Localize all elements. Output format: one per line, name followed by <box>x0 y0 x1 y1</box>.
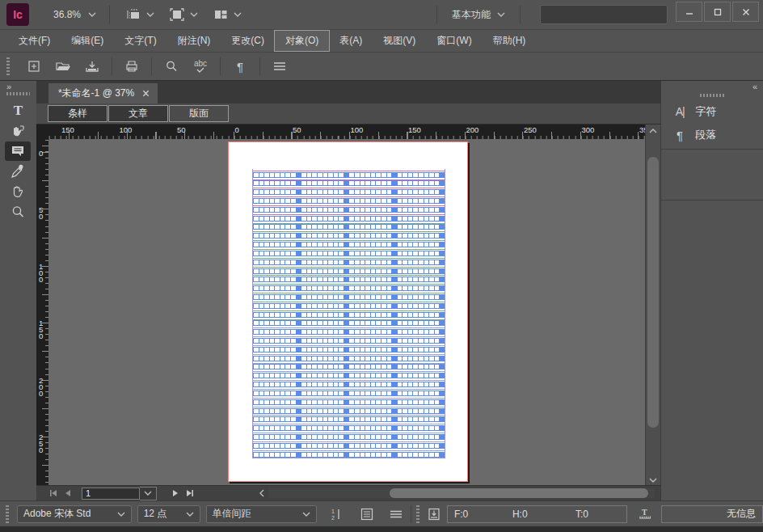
divider <box>151 57 152 75</box>
spellcheck-button[interactable]: abc <box>188 56 213 77</box>
window-bottom-edge <box>0 526 763 532</box>
panel-collapse-icon[interactable]: « <box>752 82 757 91</box>
dock-expand-icon[interactable]: » <box>6 82 11 91</box>
document-page[interactable] <box>228 141 468 482</box>
document-tab[interactable]: *未命名-1 @ 37% <box>48 83 158 103</box>
panel-drag-handle[interactable] <box>700 94 724 97</box>
workspace-switcher[interactable]: 基本功能 <box>445 5 512 25</box>
grid-row <box>253 186 445 195</box>
note-tool[interactable] <box>5 141 31 161</box>
incopy-window: Ic 36.8% <box>0 0 763 532</box>
titlebar-right-cluster: 基本功能 <box>428 0 668 29</box>
eyedropper-icon <box>10 163 26 179</box>
new-document-button[interactable] <box>22 56 46 77</box>
font-size-dropdown[interactable]: 12 点 <box>137 505 200 523</box>
horizontal-scroll-thumb[interactable] <box>390 488 648 498</box>
scroll-left-button[interactable] <box>255 488 269 499</box>
h-ruler-label: 50 <box>293 125 301 134</box>
find-button[interactable] <box>159 56 183 77</box>
show-hidden-characters-button[interactable]: ¶ <box>228 56 252 77</box>
first-page-button[interactable] <box>46 488 61 499</box>
search-input[interactable] <box>540 5 668 24</box>
menu-item-2[interactable]: 文字(T) <box>114 31 167 51</box>
leading-dropdown[interactable]: 单倍间距 <box>206 505 318 523</box>
close-button[interactable] <box>732 2 759 22</box>
grid-row <box>253 256 445 265</box>
grid-cell-band <box>253 180 445 186</box>
leading-value: 单倍间距 <box>213 507 251 521</box>
grid-cell-band <box>253 338 445 344</box>
grid-cell-band <box>253 434 445 440</box>
chevron-left-icon <box>259 489 265 497</box>
type-tool[interactable]: T <box>5 101 31 120</box>
arrange-documents-dropdown[interactable] <box>209 4 246 25</box>
grid-row <box>253 414 445 423</box>
grid-cell-band <box>253 294 445 300</box>
view-options-dropdown[interactable] <box>121 4 158 25</box>
menu-item-0[interactable]: 文件(F) <box>8 31 61 51</box>
view-tab-2[interactable]: 版面 <box>169 105 229 122</box>
chevron-down-icon <box>497 11 505 18</box>
menu-item-6[interactable]: 表(A) <box>329 31 373 51</box>
grid-row-line <box>253 407 445 407</box>
line-numbers-button[interactable]: 1 2 <box>327 505 346 523</box>
zoom-tool[interactable] <box>5 202 31 222</box>
menu-item-1[interactable]: 编辑(E) <box>61 31 114 51</box>
menu-item-8[interactable]: 窗口(W) <box>426 31 482 51</box>
open-button[interactable] <box>51 56 75 77</box>
font-family-dropdown[interactable]: Adobe 宋体 Std <box>17 505 132 523</box>
main-region: » T <box>0 81 763 500</box>
grid-cell-band <box>253 408 445 414</box>
maximize-button[interactable] <box>704 2 731 22</box>
hand-tool[interactable] <box>5 182 31 201</box>
text-depth-button[interactable]: T <box>635 505 655 523</box>
eyedropper-tool[interactable] <box>5 162 31 181</box>
page-number-dropdown[interactable] <box>140 487 157 500</box>
menu-item-4[interactable]: 更改(C) <box>221 31 275 51</box>
copyfit-drag-handle[interactable] <box>416 505 419 523</box>
previous-page-button[interactable] <box>61 488 75 499</box>
info-columns-button[interactable] <box>357 505 377 523</box>
panel-item-character[interactable]: A| 字符 <box>661 102 763 121</box>
scroll-up-button[interactable] <box>646 125 660 137</box>
next-page-button[interactable] <box>168 488 183 499</box>
screen-mode-dropdown[interactable] <box>165 4 202 25</box>
ruler-origin-corner[interactable] <box>36 125 49 140</box>
vertical-scrollbar[interactable] <box>645 125 660 487</box>
grid-row <box>253 282 445 291</box>
save-content-button[interactable] <box>80 56 104 77</box>
zoom-level-dropdown[interactable]: 36.8% <box>48 6 101 23</box>
zoom-level-value: 36.8% <box>53 9 81 20</box>
menu-item-7[interactable]: 视图(V) <box>373 31 426 51</box>
menu-item-9[interactable]: 帮助(H) <box>483 31 537 51</box>
menu-item-5[interactable]: 对象(O) <box>275 31 329 51</box>
menu-item-3[interactable]: 附注(N) <box>167 31 221 51</box>
position-tool[interactable] <box>5 121 31 141</box>
view-tab-1[interactable]: 文章 <box>108 105 168 122</box>
toolbar-drag-handle[interactable] <box>6 57 10 75</box>
vertical-ruler[interactable]: 05 01 0 01 5 02 0 02 5 03 0 0 <box>36 139 48 487</box>
arrange-documents-icon <box>213 7 229 22</box>
view-tabs: 条样文章版面 <box>36 103 660 125</box>
tools-drag-handle[interactable] <box>6 92 30 95</box>
grid-row <box>253 239 445 247</box>
hamburger-menu-icon <box>273 61 286 71</box>
title-bar: Ic 36.8% <box>0 0 763 29</box>
spellcheck-check-icon <box>196 67 204 73</box>
view-tab-0[interactable]: 条样 <box>48 105 107 122</box>
panel-item-paragraph[interactable]: ¶ 段落 <box>661 125 763 145</box>
pasteboard[interactable] <box>48 139 647 487</box>
page-number-input[interactable] <box>82 488 140 500</box>
minimize-button[interactable] <box>676 2 702 22</box>
last-page-button[interactable] <box>183 488 197 499</box>
horizontal-scrollbar[interactable] <box>268 488 655 498</box>
status-menu-button[interactable] <box>386 505 406 523</box>
horizontal-ruler[interactable]: 15010050050100150200250300350 <box>48 125 647 139</box>
close-icon[interactable] <box>142 90 150 97</box>
statusbar-drag-handle[interactable] <box>6 505 9 523</box>
copyfit-progress-button[interactable] <box>424 505 444 523</box>
vertical-scroll-thumb[interactable] <box>647 157 659 428</box>
print-button[interactable] <box>120 56 144 77</box>
toolbar-menu-button[interactable] <box>268 56 292 77</box>
grid-row-line <box>253 258 445 259</box>
